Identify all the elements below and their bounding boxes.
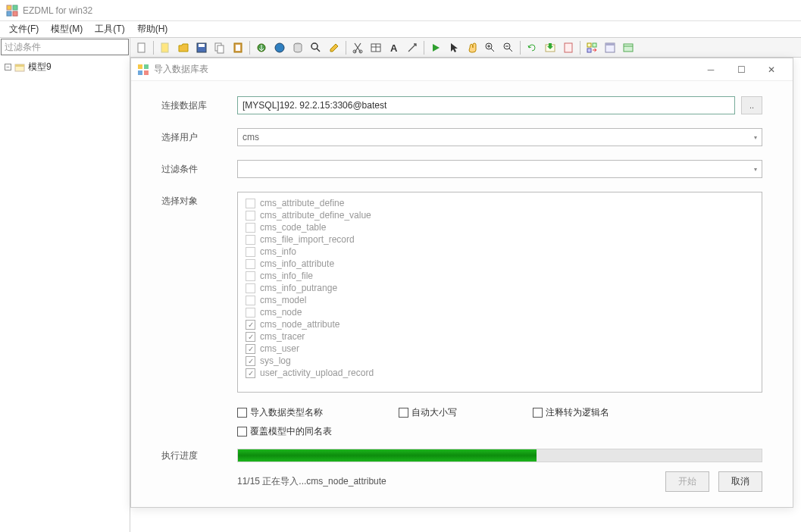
tb-import-icon[interactable] [253, 39, 270, 56]
svg-line-26 [491, 49, 494, 52]
checkbox-icon [246, 247, 255, 257]
menu-help[interactable]: 帮助(H) [131, 21, 174, 37]
tb-db-icon[interactable] [289, 39, 306, 56]
object-item[interactable]: cms_attribute_define [246, 197, 435, 209]
svg-rect-33 [565, 43, 572, 52]
tree-node-model[interactable]: − 模型9 [3, 59, 127, 75]
tb-export2-icon[interactable] [542, 39, 559, 56]
checkbox-icon [246, 223, 255, 233]
svg-rect-13 [236, 45, 240, 51]
tb-new-icon[interactable] [133, 39, 150, 56]
maximize-button[interactable]: ☐ [726, 59, 756, 80]
tb-save-icon[interactable] [193, 39, 210, 56]
object-item[interactable]: sys_log [246, 355, 435, 367]
collapse-icon[interactable]: − [5, 64, 11, 70]
app-title: EZDML for win32 [23, 5, 92, 16]
tb-text-icon[interactable]: A [386, 39, 402, 56]
cancel-button[interactable]: 取消 [718, 471, 762, 492]
user-combo[interactable]: cms ▾ [237, 128, 762, 146]
checkbox-icon [246, 296, 255, 305]
tb-copy-icon[interactable] [211, 39, 228, 56]
svg-rect-6 [138, 43, 145, 52]
close-button[interactable]: ✕ [756, 59, 787, 80]
opt-comment-logic[interactable]: 注释转为逻辑名 [533, 406, 609, 419]
svg-rect-43 [138, 70, 142, 75]
svg-rect-41 [138, 64, 142, 69]
tb-find-icon[interactable] [308, 39, 324, 56]
object-item[interactable]: cms_file_import_record [246, 233, 435, 246]
opt-import-types[interactable]: 导入数据类型名称 [237, 406, 323, 419]
label-user: 选择用户 [161, 128, 237, 144]
object-item[interactable]: cms_info_putrange [246, 282, 435, 294]
dialog-titlebar: 导入数据库表 ─ ☐ ✕ [131, 58, 793, 81]
object-item-label: cms_attribute_define [260, 198, 344, 208]
model-tree[interactable]: − 模型9 [0, 56, 130, 532]
start-button[interactable]: 开始 [665, 471, 709, 492]
tb-pdf-icon[interactable] [560, 39, 577, 56]
tb-paste-icon[interactable] [230, 39, 246, 56]
tb-run-icon[interactable] [427, 39, 444, 56]
object-item[interactable]: cms_info_attribute [246, 258, 435, 270]
svg-rect-38 [605, 43, 615, 45]
tb-edit-icon[interactable] [326, 39, 343, 56]
conn-input[interactable] [237, 96, 735, 114]
tb-hand-icon[interactable] [464, 39, 480, 56]
svg-rect-1 [13, 5, 17, 10]
tb-zoom-out-icon[interactable] [500, 39, 517, 56]
menu-model[interactable]: 模型(M) [45, 21, 89, 37]
checkbox-icon [246, 320, 255, 330]
object-item[interactable]: cms_user [246, 343, 435, 355]
object-item[interactable]: cms_code_table [246, 221, 435, 233]
opt-auto-case[interactable]: 自动大小写 [399, 406, 457, 419]
tb-pointer-icon[interactable] [446, 39, 462, 56]
object-item[interactable]: cms_model [246, 294, 435, 306]
minimize-button[interactable]: ─ [696, 59, 726, 80]
object-item[interactable]: cms_node [246, 306, 435, 318]
tb-new-file-icon[interactable] [157, 39, 174, 56]
object-item-label: sys_log [260, 355, 291, 366]
tb-window-icon[interactable] [602, 39, 618, 56]
sidebar-filter-input[interactable]: 过滤条件 [1, 39, 129, 55]
object-item-label: cms_node_attribute [260, 319, 339, 330]
checkbox-icon [237, 427, 247, 437]
menu-tool[interactable]: 工具(T) [89, 21, 130, 37]
object-list[interactable]: cms_attribute_definecms_attribute_define… [237, 192, 762, 393]
svg-point-15 [275, 43, 284, 52]
tb-settings-icon[interactable] [620, 39, 637, 56]
checkbox-icon [246, 235, 255, 245]
tb-zoom-in-icon[interactable] [482, 39, 499, 56]
object-item[interactable]: cms_tracer [246, 330, 435, 343]
checkbox-icon [246, 344, 255, 354]
tb-export-icon[interactable] [271, 39, 288, 56]
object-item[interactable]: cms_attribute_define_value [246, 209, 435, 221]
tb-open-icon[interactable] [175, 39, 192, 56]
svg-line-30 [509, 49, 512, 52]
object-item[interactable]: user_activity_upload_record [246, 367, 435, 379]
svg-rect-0 [7, 5, 11, 10]
object-item[interactable]: cms_info [246, 246, 435, 258]
object-item-label: cms_info [260, 246, 296, 257]
tb-link-icon[interactable] [404, 39, 421, 56]
tb-batch-icon[interactable] [584, 39, 600, 56]
dialog-title: 导入数据库表 [154, 63, 208, 76]
filter-combo[interactable]: ▾ [237, 160, 762, 178]
progress-fill [238, 449, 537, 462]
tb-table-icon[interactable] [368, 39, 384, 56]
menubar: 文件(F) 模型(M) 工具(T) 帮助(H) [0, 21, 801, 38]
object-item-label: cms_user [260, 343, 299, 354]
svg-rect-34 [587, 43, 591, 47]
label-objects: 选择对象 [161, 192, 237, 208]
menu-file[interactable]: 文件(F) [3, 21, 45, 37]
model-icon [14, 62, 25, 73]
svg-rect-7 [161, 43, 168, 52]
tb-cut-icon[interactable] [349, 39, 366, 56]
checkbox-icon [246, 368, 255, 378]
svg-point-17 [311, 43, 318, 49]
label-filter: 过滤条件 [161, 160, 237, 176]
conn-browse-button[interactable]: .. [741, 96, 762, 114]
opt-overwrite[interactable]: 覆盖模型中的同名表 [237, 425, 762, 438]
object-item[interactable]: cms_info_file [246, 270, 435, 282]
svg-text:A: A [390, 42, 398, 54]
object-item[interactable]: cms_node_attribute [246, 318, 435, 330]
tb-refresh-icon[interactable] [524, 39, 540, 56]
